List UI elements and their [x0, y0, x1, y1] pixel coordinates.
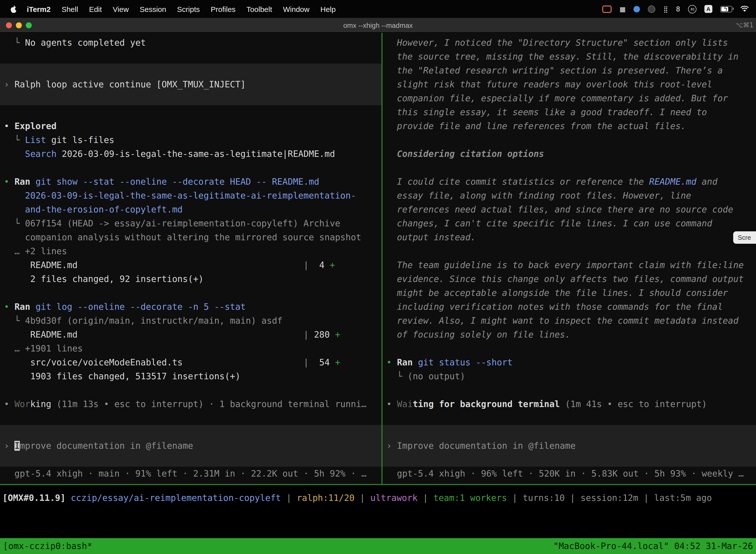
grid-icon[interactable]: ▦: [620, 6, 626, 12]
terminal-row: evidence. Since this change only affects…: [382, 272, 756, 286]
menu-item-help[interactable]: Help: [315, 5, 341, 13]
terminal-row: [0, 63, 381, 77]
window-title: omx --xhigh --madmax: [0, 21, 756, 29]
terminal-row: [0, 425, 381, 439]
terminal-row: • Working (11m 13s • esc to interrupt) ·…: [0, 397, 381, 411]
screen: iTerm2 ShellEditViewSessionScriptsProfil…: [0, 0, 756, 554]
terminal-row: changes, I can't cite specific file line…: [382, 216, 756, 230]
terminal-row: [382, 383, 756, 397]
terminal-row: • Waiting for background terminal (1m 41…: [382, 397, 756, 411]
menu-item-window[interactable]: Window: [277, 5, 315, 13]
menu-bar: iTerm2 ShellEditViewSessionScriptsProfil…: [0, 0, 756, 18]
terminal-row: [0, 91, 381, 105]
wifi-icon[interactable]: [740, 5, 749, 12]
terminal-row: [382, 161, 756, 175]
terminal-row: [382, 244, 756, 258]
terminal-row: └ No agents completed yet: [0, 36, 381, 50]
terminal-row: [0, 161, 381, 175]
menu-item-session[interactable]: Session: [134, 5, 172, 13]
menu-status-icons: ▦ ⣿ 8 .61 A ϟ: [602, 5, 749, 13]
terminal-row: 2 files changed, 92 insertions(+): [0, 272, 381, 286]
terminal-row: The team guideline is to back every impo…: [382, 258, 756, 272]
terminal-row: [0, 286, 381, 300]
terminal-row: of focusing solely on file lines.: [382, 328, 756, 341]
terminal-left-pane[interactable]: └ No agents completed yet› Ralph loop ac…: [0, 33, 381, 484]
terminal-row: README.md | 280 +: [0, 328, 381, 341]
terminal-row: [382, 341, 756, 355]
terminal-row: README.md | 4 +: [0, 258, 381, 272]
terminal-row: [0, 411, 381, 425]
blue-app-icon[interactable]: [633, 6, 640, 12]
screen-recording-indicator[interactable]: [602, 5, 612, 13]
terminal-row: └ List git ls-files: [0, 133, 381, 147]
battery-percent-icon[interactable]: .61: [688, 5, 696, 13]
terminal-row: companion analysis without altering the …: [0, 230, 381, 244]
terminal-row: • Ran git show --stat --oneline --decora…: [0, 175, 381, 189]
app-icon-8[interactable]: 8: [676, 6, 680, 12]
menu-item-view[interactable]: View: [107, 5, 134, 13]
menu-item-toolbelt[interactable]: Toolbelt: [241, 5, 277, 13]
screen-share-button[interactable]: Scre: [734, 231, 756, 244]
terminal-row: › Improve documentation in @filename: [0, 439, 381, 453]
window-title-bar: omx --xhigh --madmax ⌥⌘1: [0, 18, 756, 33]
terminal-row: [382, 411, 756, 425]
menu-item-scripts[interactable]: Scripts: [172, 5, 205, 13]
terminal-row: output instead.: [382, 230, 756, 244]
menu-item-profiles[interactable]: Profiles: [205, 5, 241, 13]
terminal-row: [0, 50, 381, 63]
terminal-row: › Ralph loop active continue [OMX_TMUX_I…: [0, 77, 381, 91]
omx-status-bar: [OMX#0.11.9] cczip/essay/ai-reimplementa…: [0, 485, 756, 511]
window-shortcut-badge: ⌥⌘1: [736, 21, 754, 29]
terminal-row: companion file, especially if more comme…: [382, 91, 756, 105]
terminal-row: › Improve documentation in @filename: [382, 439, 756, 453]
terminal-row: … +1901 lines: [0, 341, 381, 355]
terminal-row: └ 4b9d30f (origin/main, instructkr/main,…: [0, 314, 381, 328]
terminal-row: gpt-5.4 xhigh · 96% left · 520K in · 5.8…: [382, 466, 756, 481]
terminal-row: … +2 lines: [0, 244, 381, 258]
terminal-row: [382, 425, 756, 439]
terminal-row: I could cite commit statistics or refere…: [382, 175, 756, 189]
terminal-row: and-the-erosion-of-copyleft.md: [0, 203, 381, 216]
terminal-row: [0, 383, 381, 397]
tmux-host-clock-label: "MacBook-Pro-44.local" 04:52 31-Mar-26: [553, 541, 753, 551]
terminal-row: [382, 453, 756, 466]
terminal-row: • Explored: [0, 119, 381, 133]
menu-item-shell[interactable]: Shell: [56, 5, 83, 13]
terminal-row: Search 2026-03-09-is-legal-the-same-as-l…: [0, 147, 381, 161]
dark-app-icon[interactable]: [648, 5, 655, 13]
terminal-row: might be acceptable alongside the file l…: [382, 286, 756, 300]
terminal-row: Considering citation options: [382, 147, 756, 161]
apple-icon[interactable]: [10, 5, 17, 13]
terminal-row: └ (no output): [382, 369, 756, 383]
terminal-row: review. Also, I might want to inspect th…: [382, 314, 756, 328]
input-source-icon[interactable]: A: [704, 5, 712, 13]
menu-items: ShellEditViewSessionScriptsProfilesToolb…: [56, 5, 341, 13]
menu-app-name[interactable]: iTerm2: [21, 5, 56, 13]
battery-icon[interactable]: ϟ: [720, 6, 732, 12]
terminal-empty-area: [0, 511, 756, 538]
terminal-row: 2026-03-09-is-legal-the-same-as-legitima…: [0, 189, 381, 203]
minimize-window-button[interactable]: [16, 22, 22, 28]
terminal-area: └ No agents completed yet› Ralph loop ac…: [0, 33, 756, 484]
menu-item-edit[interactable]: Edit: [83, 5, 107, 13]
tmux-status-bar: [omx-cczip0:bash* "MacBook-Pro-44.local"…: [0, 538, 756, 554]
zoom-window-button[interactable]: [26, 22, 32, 28]
terminal-row: this single essay, it seems like a good …: [382, 105, 756, 119]
terminal-row: provide file and line references from th…: [382, 119, 756, 133]
terminal-row: the "Related research writing" section i…: [382, 63, 756, 77]
terminal-row: the source tree, missing the essay. Stil…: [382, 50, 756, 63]
terminal-row: └ 067f154 (HEAD -> essay/ai-reimplementa…: [0, 216, 381, 230]
dots-grid-icon[interactable]: ⣿: [663, 6, 668, 12]
terminal-row: references need actual files, and since …: [382, 203, 756, 216]
terminal-row: gpt-5.4 xhigh · main · 91% left · 2.31M …: [0, 466, 381, 481]
close-window-button[interactable]: [6, 22, 12, 28]
terminal-right-pane[interactable]: However, I noticed the "Directory Struct…: [382, 33, 756, 484]
terminal-row: [0, 105, 381, 119]
terminal-row: [382, 133, 756, 147]
terminal-row: slight risk that future readers may over…: [382, 77, 756, 91]
terminal-row: src/voice/voiceModeEnabled.ts | 54 +: [0, 355, 381, 369]
tmux-session-label: [omx-cczip0:bash*: [3, 541, 92, 551]
terminal-row: • Ran git status --short: [382, 355, 756, 369]
terminal-row: 1903 files changed, 513517 insertions(+): [0, 369, 381, 383]
terminal-row: • Ran git log --oneline --decorate -n 5 …: [0, 300, 381, 314]
